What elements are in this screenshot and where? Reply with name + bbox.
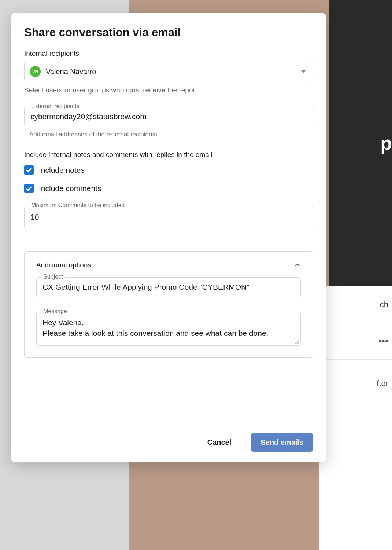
check-icon xyxy=(26,185,32,192)
subject-label: Subject xyxy=(41,274,65,280)
subject-field[interactable]: Subject xyxy=(36,277,301,297)
message-label: Message xyxy=(41,308,69,315)
include-comments-label: Include comments xyxy=(39,184,101,193)
recipient-name: Valeria Navarro xyxy=(46,67,96,76)
modal-title: Share conversation via email xyxy=(24,26,313,39)
internal-recipients-select[interactable]: VN Valeria Navarro xyxy=(24,62,313,81)
subject-input[interactable] xyxy=(42,283,295,292)
additional-options-panel: Additional options Subject Message xyxy=(24,251,313,358)
external-recipients-input[interactable] xyxy=(30,112,307,121)
share-conversation-modal: Share conversation via email Internal re… xyxy=(11,13,326,462)
collapse-toggle[interactable] xyxy=(293,261,301,269)
bg-panel-right: ch ••• fter xyxy=(319,286,392,550)
resize-handle-icon xyxy=(294,339,299,344)
max-comments-field[interactable]: Maximum Comments to be included xyxy=(24,206,313,228)
avatar: VN xyxy=(30,66,41,77)
include-section-label: Include internal notes and comments with… xyxy=(24,151,313,159)
modal-actions: Cancel Send emails xyxy=(24,424,313,452)
external-recipients-label: External recipients xyxy=(29,103,82,110)
internal-recipients-hint: Select users or user groups who must rec… xyxy=(24,86,313,94)
external-recipients-field[interactable]: External recipients xyxy=(24,107,313,126)
bg-row: fter xyxy=(319,360,392,407)
include-notes-checkbox[interactable] xyxy=(24,165,34,175)
include-comments-row: Include comments xyxy=(24,184,313,193)
include-notes-row: Include notes xyxy=(24,165,313,175)
max-comments-label: Maximum Comments to be included xyxy=(29,202,127,209)
additional-options-title: Additional options xyxy=(36,261,91,269)
cancel-button[interactable]: Cancel xyxy=(198,433,241,452)
external-recipients-hint: Add email addresses of the external reci… xyxy=(24,131,313,138)
chevron-up-icon xyxy=(294,262,300,268)
check-icon xyxy=(26,167,32,173)
message-textarea[interactable] xyxy=(42,317,295,339)
max-comments-input[interactable] xyxy=(30,213,307,221)
chevron-down-icon xyxy=(301,70,306,73)
bg-fragment-p: p xyxy=(380,132,392,154)
bg-row: ••• xyxy=(319,323,392,360)
include-notes-label: Include notes xyxy=(39,166,85,175)
message-field[interactable]: Message xyxy=(36,312,301,346)
internal-recipients-label: Internal recipients xyxy=(24,50,313,58)
send-emails-button[interactable]: Send emails xyxy=(251,433,313,452)
bg-row: ch xyxy=(319,286,392,323)
include-comments-checkbox[interactable] xyxy=(24,184,34,193)
